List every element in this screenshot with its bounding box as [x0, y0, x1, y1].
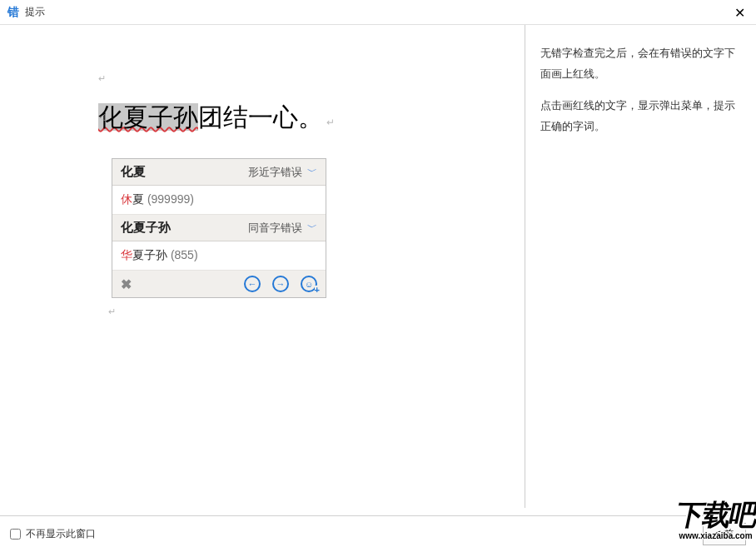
prev-button[interactable]: ←	[244, 276, 261, 292]
suggestion-highlight: 华	[121, 248, 132, 261]
paragraph-triangle: ◁	[98, 112, 105, 122]
titlebar: 错 提示 ✕	[0, 0, 756, 25]
sentence-rest: 团结一心。	[198, 103, 323, 131]
app-icon: 错	[7, 6, 20, 19]
dont-show-label: 不再显示此窗口	[26, 527, 96, 541]
prev-page-button[interactable]: < 前	[703, 523, 746, 545]
popup-group-word: 化夏	[121, 164, 146, 180]
popup-group-type: 形近字错误	[248, 165, 302, 180]
help-paragraph: 点击画红线的文字，显示弹出菜单，提示正确的字词。	[540, 96, 741, 137]
sentence-text[interactable]: 化夏子孙团结一心。↵	[98, 100, 335, 135]
close-icon[interactable]: ✕	[729, 3, 749, 22]
popup-group-word: 化夏子孙	[121, 220, 171, 236]
dont-show-checkbox-input[interactable]	[10, 529, 21, 540]
paragraph-mark: ↵	[108, 306, 116, 317]
popup-group-type: 同音字错误	[248, 221, 302, 236]
suggestion-freq: (855)	[167, 248, 198, 261]
paragraph-mark: ↵	[98, 73, 106, 84]
add-to-dict-icon[interactable]: ☺	[301, 276, 317, 292]
correction-popup: 化夏 形近字错误 ﹀ 休夏 (999999) 化夏子孙 同音字错误 ﹀ 华夏子孙…	[112, 158, 326, 298]
suggestion-item[interactable]: 华夏子孙 (855)	[112, 241, 326, 271]
popup-group-header[interactable]: 化夏子孙 同音字错误 ﹀	[112, 215, 326, 241]
popup-group-header[interactable]: 化夏 形近字错误 ﹀	[112, 159, 326, 186]
bottom-bar: 不再显示此窗口 < 前	[0, 515, 756, 552]
chevron-down-icon[interactable]: ﹀	[307, 165, 317, 179]
popup-toolbar: ✖ ← → ☺	[112, 271, 326, 297]
chevron-down-icon[interactable]: ﹀	[307, 221, 317, 235]
suggestion-rest: 夏子孙	[132, 248, 167, 261]
next-button[interactable]: →	[272, 276, 289, 292]
document-pane: ↵ ◁ 化夏子孙团结一心。↵ 化夏 形近字错误 ﹀ 休夏 (999999) 化夏…	[0, 25, 525, 508]
suggestion-rest: 夏	[132, 192, 144, 206]
suggestion-freq: (999999)	[144, 192, 194, 206]
error-segment[interactable]: 化夏子孙	[98, 103, 198, 131]
help-paragraph: 无错字检查完之后，会在有错误的文字下面画上红线。	[540, 43, 741, 84]
dont-show-checkbox[interactable]: 不再显示此窗口	[10, 527, 96, 541]
paragraph-mark: ↵	[326, 117, 335, 128]
suggestion-highlight: 休	[121, 192, 132, 206]
suggestion-item[interactable]: 休夏 (999999)	[112, 186, 326, 215]
dismiss-icon[interactable]: ✖	[121, 276, 132, 292]
main-split: ↵ ◁ 化夏子孙团结一心。↵ 化夏 形近字错误 ﹀ 休夏 (999999) 化夏…	[0, 25, 756, 508]
help-pane: 无错字检查完之后，会在有错误的文字下面画上红线。 点击画红线的文字，显示弹出菜单…	[525, 25, 756, 508]
window-title: 提示	[25, 5, 45, 19]
